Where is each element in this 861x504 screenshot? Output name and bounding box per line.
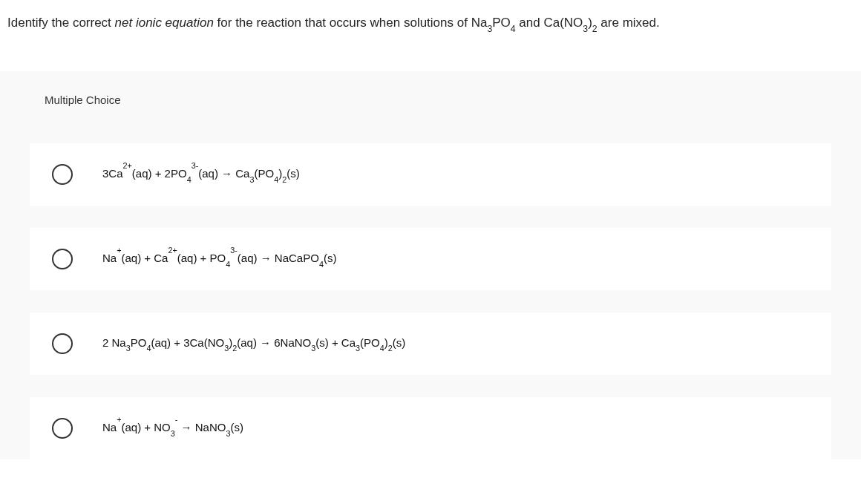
section-label: Multiple Choice <box>0 71 861 121</box>
question-mid: for the reaction that occurs when soluti… <box>214 16 471 30</box>
radio-b[interactable] <box>52 249 73 269</box>
choice-d-text: Na+(aq) + NO3- → NaNO3(s) <box>102 418 243 438</box>
choice-b[interactable]: Na+(aq) + Ca2+(aq) + PO43-(aq) → NaCaPO4… <box>30 228 831 290</box>
radio-a[interactable] <box>52 164 73 185</box>
question-text: Identify the correct net ionic equation … <box>0 0 861 42</box>
choices-list: 3Ca2+(aq) + 2PO43-(aq) → Ca3(PO4)2(s) Na… <box>0 121 861 459</box>
question-prefix: Identify the correct <box>7 16 115 30</box>
multiple-choice-section: Multiple Choice 3Ca2+(aq) + 2PO43-(aq) →… <box>0 71 861 459</box>
question-end: are mixed. <box>598 16 660 30</box>
choice-d[interactable]: Na+(aq) + NO3- → NaNO3(s) <box>30 397 831 459</box>
question-between: and <box>516 16 544 30</box>
radio-c[interactable] <box>52 333 73 354</box>
choice-b-text: Na+(aq) + Ca2+(aq) + PO43-(aq) → NaCaPO4… <box>102 249 336 269</box>
choice-c-text: 2 Na3PO4(aq) + 3Ca(NO3)2(aq) → 6NaNO3(s)… <box>102 334 405 353</box>
question-italic: net ionic equation <box>115 16 214 30</box>
choice-c[interactable]: 2 Na3PO4(aq) + 3Ca(NO3)2(aq) → 6NaNO3(s)… <box>30 312 831 375</box>
choice-a[interactable]: 3Ca2+(aq) + 2PO43-(aq) → Ca3(PO4)2(s) <box>30 143 831 206</box>
choice-a-text: 3Ca2+(aq) + 2PO43-(aq) → Ca3(PO4)2(s) <box>102 164 300 184</box>
formula-cano32: Ca(NO3)2 <box>543 16 597 30</box>
radio-d[interactable] <box>52 418 73 439</box>
formula-na3po4: Na3PO4 <box>471 16 516 30</box>
